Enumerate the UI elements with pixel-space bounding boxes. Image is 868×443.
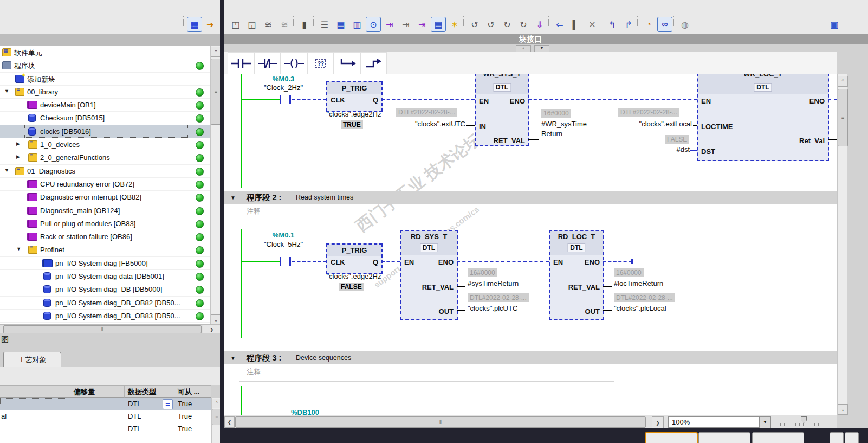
operand-absolute-icon[interactable]: ⇥ bbox=[414, 17, 430, 32]
zoom-level-input[interactable]: 100% bbox=[668, 416, 763, 428]
download-block-icon[interactable]: ⇓ bbox=[532, 17, 547, 32]
network-comment[interactable]: 注释 bbox=[247, 367, 261, 377]
jump-back-icon[interactable]: ↰ bbox=[605, 17, 620, 32]
collapse-arrow-icon[interactable]: ▼ bbox=[4, 168, 9, 173]
pin-dst[interactable]: DST bbox=[701, 147, 715, 156]
pin-out[interactable]: OUT bbox=[439, 307, 454, 316]
ret-operand[interactable]: #WR_sysTime bbox=[541, 120, 587, 128]
network-description[interactable]: Device sequences bbox=[296, 354, 351, 362]
export-forward-icon[interactable]: ➔ bbox=[203, 17, 218, 32]
editor-scroll-down-icon[interactable]: ⌄ bbox=[838, 404, 848, 415]
pin-eno[interactable]: ENO bbox=[809, 97, 825, 105]
data-snapshot-icon[interactable]: ◍ bbox=[677, 17, 692, 32]
bottom-tab[interactable] bbox=[845, 432, 859, 443]
pin-clk[interactable]: CLK bbox=[331, 258, 345, 266]
tree-item-pn-i-o-system-diag-db-ob83-db50-[interactable]: pn_I/O System diag_DB_OB83 [DB50... bbox=[0, 310, 210, 323]
block-type[interactable]: DTL bbox=[493, 83, 511, 92]
rd-loc-t-block[interactable]: RD_LOC_T DTL EN ENO RET_VAL OUT bbox=[549, 230, 604, 320]
col-header-name[interactable] bbox=[0, 385, 70, 398]
tree-item-profinet[interactable]: ▼Profinet bbox=[0, 243, 210, 256]
panel-splitter[interactable] bbox=[220, 0, 224, 443]
tree-hscroll-thumb[interactable]: ⦀ bbox=[3, 325, 202, 333]
goto-previous-icon[interactable]: ⇐ bbox=[552, 17, 567, 32]
col-header-datatype[interactable]: 数据类型 bbox=[125, 385, 174, 398]
editor-scroll-up-icon[interactable]: ⌃ bbox=[838, 76, 848, 87]
expand-arrow-icon[interactable]: ▶ bbox=[16, 154, 20, 159]
bottom-tab[interactable] bbox=[698, 432, 750, 443]
zoom-slider[interactable] bbox=[780, 418, 832, 426]
favorites-edit-icon[interactable]: ✶ bbox=[447, 17, 462, 32]
collapse-networks-icon[interactable]: ▥ bbox=[349, 17, 365, 32]
editor-hscroll-thumb[interactable]: ⦀ bbox=[235, 416, 646, 428]
favorite-empty-box-icon[interactable]: ?? bbox=[307, 52, 334, 75]
pin-out[interactable]: OUT bbox=[585, 307, 600, 316]
undo-all-icon[interactable]: ↺ bbox=[483, 17, 498, 32]
pin-clk[interactable]: CLK bbox=[331, 96, 345, 104]
redo-all-icon[interactable]: ↻ bbox=[516, 17, 531, 32]
table-row[interactable]: DTLTrue☰ bbox=[0, 398, 211, 411]
pin-q[interactable]: Q bbox=[373, 258, 378, 266]
tree-item-2-0-generalfunctions[interactable]: ▶2_0_generalFunctions bbox=[0, 151, 210, 164]
tree-item-01-diagnostics[interactable]: ▼01_Diagnostics bbox=[0, 165, 210, 178]
remove-jump-icon[interactable]: ✕ bbox=[585, 17, 600, 32]
delete-network-icon[interactable]: ◱ bbox=[244, 17, 260, 32]
tree-scroll-right-icon[interactable]: ❯ bbox=[203, 325, 221, 334]
pin-eno[interactable]: ENO bbox=[510, 97, 525, 105]
hide-operands-icon[interactable]: ⇥ bbox=[398, 17, 413, 32]
tree-item-devicemain-ob1-[interactable]: deviceMain [OB1] bbox=[0, 99, 210, 112]
out-operand[interactable]: "clocks".plcLocal bbox=[614, 304, 666, 312]
tree-item-1-0-devices[interactable]: ▶1_0_devices bbox=[0, 138, 210, 151]
pin-en[interactable]: EN bbox=[701, 97, 711, 105]
tree-item-clocks-db5016-[interactable]: clocks [DB5016] bbox=[0, 125, 210, 138]
network-description[interactable]: Read system times bbox=[296, 194, 353, 201]
network-comment[interactable]: 注释 bbox=[247, 207, 261, 216]
collapse-arrow-icon[interactable]: ▼ bbox=[4, 88, 9, 94]
tree-item-pull-or-plug-of-modules-ob83-[interactable]: Pull or plug of modules [OB83] bbox=[0, 217, 210, 230]
insert-row-icon[interactable]: ≋ bbox=[261, 17, 276, 32]
datatype-dropdown-icon[interactable]: ☰ bbox=[163, 399, 173, 409]
pin-in[interactable]: IN bbox=[479, 123, 486, 131]
show-operands-icon[interactable]: ⇥ bbox=[382, 17, 397, 32]
col-header-offset[interactable]: 偏移量 bbox=[70, 385, 125, 398]
tree-item-diagnostic-error-interrupt-ob82-[interactable]: Diagnostic error interrupt [OB82] bbox=[0, 191, 210, 204]
tree-item-pn-i-o-system-diag-db-db5000-[interactable]: pn_I/O System diag_DB [DB5000] bbox=[0, 283, 210, 296]
collapse-arrow-icon[interactable]: ▼ bbox=[16, 246, 21, 252]
pin-ret-val[interactable]: RET_VAL bbox=[494, 137, 525, 145]
delete-row-icon[interactable]: ≋ bbox=[277, 17, 292, 32]
contact-operand[interactable]: "Clock_2Hz" bbox=[245, 84, 321, 92]
pin-eno[interactable]: ENO bbox=[438, 258, 454, 266]
ptrig-operand[interactable]: "clocks".edge2Hz bbox=[305, 110, 403, 118]
favorite-close-branch-icon[interactable] bbox=[360, 52, 387, 75]
contact-operand[interactable]: "Clock_5Hz" bbox=[245, 240, 321, 248]
pin-en[interactable]: EN bbox=[553, 258, 563, 266]
contact-symbol[interactable] bbox=[280, 95, 281, 104]
redo-save-icon[interactable]: ↻ bbox=[500, 17, 515, 32]
ret-operand[interactable]: #locTimeReturn bbox=[614, 279, 663, 287]
network-2-header[interactable]: ▼ 程序段 2 : Read system times bbox=[224, 191, 837, 204]
zoom-slider-thumb[interactable] bbox=[801, 416, 807, 423]
zoom-dropdown-icon[interactable]: ▼ bbox=[759, 416, 771, 429]
block-interface-bar[interactable]: 块接口 bbox=[224, 34, 837, 44]
tree-item-cpu-redundancy-error-ob72-[interactable]: CPU redundancy error [OB72] bbox=[0, 178, 210, 191]
favorite-coil-icon[interactable] bbox=[281, 52, 307, 75]
task-card-icon[interactable]: ▣ bbox=[827, 17, 842, 32]
tree-item-pn-i-o-system-diag-db-ob82-db50-[interactable]: pn_I/O System diag_DB_OB82 [DB50... bbox=[0, 297, 210, 310]
pin-loctime[interactable]: LOCTIME bbox=[701, 123, 733, 131]
pin-ret-val[interactable]: Ret_Val bbox=[799, 137, 825, 145]
detail-view-toggle-icon[interactable]: ▦ bbox=[187, 17, 202, 32]
table-row[interactable] bbox=[0, 435, 211, 443]
loctime-operand[interactable]: "clocks".extLocal bbox=[613, 120, 692, 128]
ret-operand[interactable]: #sysTimeReturn bbox=[468, 279, 519, 287]
block-type[interactable]: DTL bbox=[420, 243, 438, 252]
ret-operand[interactable]: Return bbox=[541, 130, 562, 138]
call-structure-icon[interactable]: ◔ bbox=[641, 17, 656, 32]
editor-scroll-left-icon[interactable]: ❮ bbox=[224, 416, 235, 428]
network-comments-icon[interactable]: ⊙ bbox=[366, 17, 381, 32]
network-list-icon[interactable]: ☰ bbox=[317, 17, 332, 32]
editor-scroll-right-icon[interactable]: ❯ bbox=[652, 416, 664, 429]
network-3-header[interactable]: ▼ 程序段 3 : Device sequences bbox=[224, 351, 837, 364]
tree-item--[interactable]: 程序块 bbox=[0, 59, 210, 72]
pin-en[interactable]: EN bbox=[404, 258, 414, 266]
tab-technology-objects[interactable]: 工艺对象 bbox=[3, 352, 61, 368]
wr-sys-t-block[interactable]: WR_SYS_T DTL EN ENO IN RET_VAL bbox=[475, 74, 529, 146]
